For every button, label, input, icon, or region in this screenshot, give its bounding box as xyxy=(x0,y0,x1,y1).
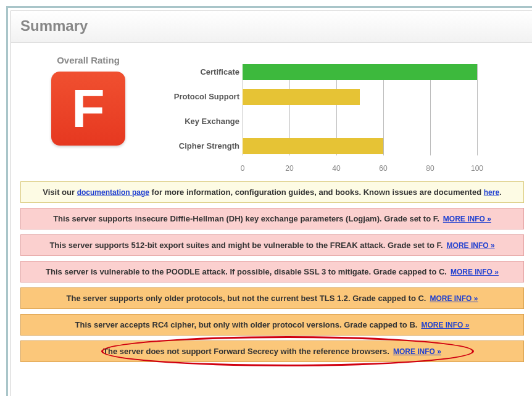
notice-row: This server supports 512-bit export suit… xyxy=(20,234,524,256)
page-title: Summary xyxy=(20,17,524,35)
notice-text: The server supports only older protocols… xyxy=(67,294,426,303)
chart-bar-slot xyxy=(243,89,477,105)
chart-bar xyxy=(243,64,477,80)
chart-column: 020406080100 CertificateProtocol Support… xyxy=(162,52,524,169)
rating-column: Overall Rating F xyxy=(20,52,156,169)
chart-bar-label: Key Exchange xyxy=(162,117,239,126)
chart-plot: 020406080100 xyxy=(243,64,477,169)
notice-row: Visit our documentation page for more in… xyxy=(20,181,524,203)
rating-grade: F xyxy=(72,81,105,136)
notice-text: This server supports insecure Diffie-Hel… xyxy=(53,214,439,223)
panel-inner: Summary Overall Rating F 020406080100 xyxy=(10,10,532,396)
chart-bar-slot xyxy=(243,138,477,154)
notice-inline-link[interactable]: documentation page xyxy=(77,188,149,197)
more-info-link[interactable]: MORE INFO » xyxy=(451,268,499,276)
notices-list: Visit our documentation page for more in… xyxy=(20,181,524,362)
notice-text: This server is vulnerable to the POODLE … xyxy=(46,267,447,276)
chart-tick-label: 60 xyxy=(379,164,387,173)
chart-bars xyxy=(243,64,477,154)
score-chart: 020406080100 CertificateProtocol Support… xyxy=(162,64,524,169)
more-info-link[interactable]: MORE INFO » xyxy=(443,215,491,223)
chart-bar-label: Certificate xyxy=(162,67,239,76)
notice-row: This server supports insecure Diffie-Hel… xyxy=(20,208,524,229)
notice-inline-link[interactable]: here xyxy=(484,188,499,197)
more-info-link[interactable]: MORE INFO » xyxy=(430,294,478,303)
chart-bar-slot xyxy=(243,113,477,130)
chart-gridline xyxy=(477,64,478,155)
notice-text: This server accepts RC4 cipher, but only… xyxy=(75,320,418,329)
chart-tick-label: 80 xyxy=(426,164,434,173)
chart-bar-label: Cipher Strength xyxy=(162,141,239,151)
title-bar: Summary xyxy=(11,11,532,43)
rating-label: Overall Rating xyxy=(20,55,156,65)
panel-outer: Summary Overall Rating F 020406080100 xyxy=(6,6,532,396)
notice-row: The server does not support Forward Secr… xyxy=(20,340,524,362)
chart-tick-label: 40 xyxy=(332,164,340,173)
notice-row: This server is vulnerable to the POODLE … xyxy=(20,261,524,283)
chart-bar xyxy=(243,89,360,105)
summary-top-row: Overall Rating F 020406080100 Certificat… xyxy=(20,52,524,169)
chart-tick-label: 100 xyxy=(471,164,483,173)
chart-bar xyxy=(243,138,383,154)
more-info-link[interactable]: MORE INFO » xyxy=(421,321,469,329)
content: Overall Rating F 020406080100 Certificat… xyxy=(11,43,532,362)
notice-row: This server accepts RC4 cipher, but only… xyxy=(20,314,524,336)
more-info-link[interactable]: MORE INFO » xyxy=(393,347,441,356)
chart-bar-slot xyxy=(243,64,477,80)
chart-tick-label: 0 xyxy=(241,164,245,173)
chart-ticks: 020406080100 xyxy=(243,163,477,176)
chart-tick-label: 20 xyxy=(285,164,293,173)
more-info-link[interactable]: MORE INFO » xyxy=(447,241,495,250)
chart-bar-label: Protocol Support xyxy=(162,92,239,101)
rating-badge: F xyxy=(51,72,125,146)
notice-row: The server supports only older protocols… xyxy=(20,287,524,309)
notice-text: This server supports 512-bit export suit… xyxy=(49,241,443,250)
notice-text: The server does not support Forward Secr… xyxy=(103,347,389,356)
